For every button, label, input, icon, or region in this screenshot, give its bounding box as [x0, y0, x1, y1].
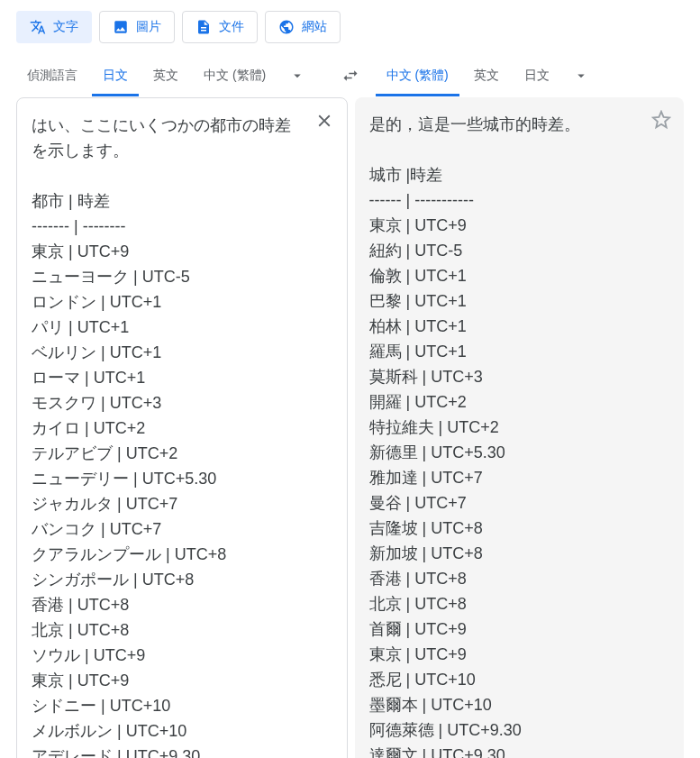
globe-icon — [278, 19, 295, 35]
chevron-down-icon — [289, 68, 305, 84]
target-text: 是的，這是一些城市的時差。 城市 |時差 ------ | ----------… — [369, 112, 645, 758]
language-bar: 偵測語言 日文 英文 中文 (繁體) 中文 (繁體) 英文 日文 — [7, 54, 693, 97]
clear-source-button[interactable] — [314, 111, 334, 131]
star-icon — [651, 110, 671, 130]
chevron-down-icon — [573, 68, 589, 84]
image-icon — [113, 19, 129, 35]
translate-icon — [30, 19, 46, 35]
translation-panels: はい、ここにいくつかの都市の時差を示します。 都市 | 時差 ------- |… — [7, 97, 693, 758]
source-lang-dropdown[interactable] — [280, 60, 314, 91]
tab-text-label: 文字 — [53, 19, 78, 35]
tab-document[interactable]: 文件 — [182, 11, 258, 43]
target-lang-dropdown[interactable] — [564, 60, 598, 91]
source-lang-chinese-trad[interactable]: 中文 (繁體) — [193, 55, 277, 96]
source-text[interactable]: はい、ここにいくつかの都市の時差を示します。 都市 | 時差 ------- |… — [32, 113, 307, 758]
close-icon — [314, 111, 334, 131]
tab-text[interactable]: 文字 — [16, 11, 92, 43]
target-lang-group: 中文 (繁體) 英文 日文 — [376, 55, 685, 96]
tab-document-label: 文件 — [219, 19, 244, 35]
document-icon — [195, 19, 212, 35]
target-lang-chinese-trad[interactable]: 中文 (繁體) — [376, 55, 459, 96]
tab-image-label: 圖片 — [136, 19, 161, 35]
source-lang-detect[interactable]: 偵測語言 — [16, 55, 88, 96]
source-lang-english[interactable]: 英文 — [142, 55, 189, 96]
swap-icon — [341, 67, 359, 85]
source-panel[interactable]: はい、ここにいくつかの都市の時差を示します。 都市 | 時差 ------- |… — [16, 97, 348, 758]
target-lang-japanese[interactable]: 日文 — [514, 55, 560, 96]
save-translation-button[interactable] — [651, 110, 671, 130]
source-lang-japanese[interactable]: 日文 — [92, 55, 139, 96]
input-type-tabs: 文字 圖片 文件 網站 — [7, 0, 693, 54]
tab-image[interactable]: 圖片 — [99, 11, 175, 43]
target-lang-english[interactable]: 英文 — [463, 55, 510, 96]
tab-website[interactable]: 網站 — [265, 11, 341, 43]
source-lang-group: 偵測語言 日文 英文 中文 (繁體) — [16, 55, 325, 96]
swap-languages-button[interactable] — [325, 59, 376, 92]
target-panel: 是的，這是一些城市的時差。 城市 |時差 ------ | ----------… — [355, 97, 685, 758]
tab-website-label: 網站 — [302, 19, 327, 35]
